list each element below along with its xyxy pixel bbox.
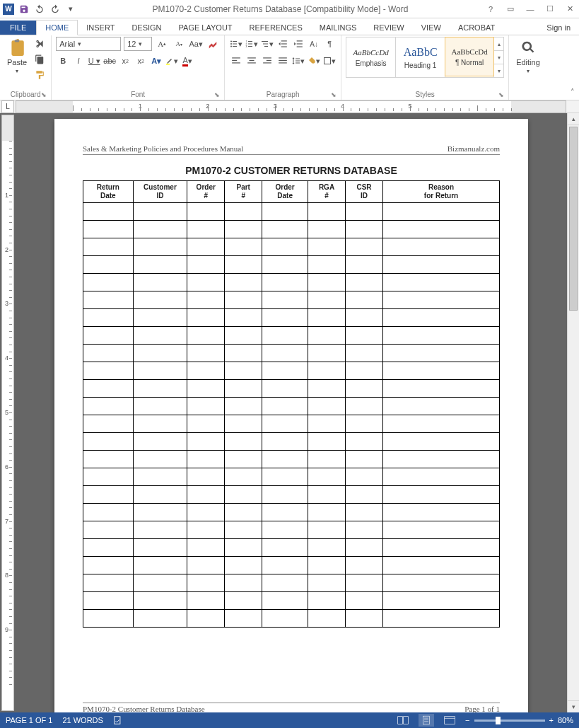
table-cell[interactable] [346, 504, 383, 521]
editing-button[interactable]: Editing ▾ [513, 37, 543, 76]
table-cell[interactable] [383, 504, 500, 521]
tab-mailings[interactable]: MAILINGS [311, 21, 365, 35]
strikethrough-icon[interactable]: abc [103, 54, 117, 68]
table-cell[interactable] [383, 380, 500, 398]
table-cell[interactable] [133, 592, 187, 610]
cut-icon[interactable] [33, 37, 47, 51]
table-cell[interactable] [133, 309, 187, 327]
table-cell[interactable] [383, 433, 500, 451]
table-cell[interactable] [187, 539, 225, 557]
table-cell[interactable] [346, 398, 383, 415]
table-cell[interactable] [308, 504, 346, 521]
table-cell[interactable] [262, 203, 308, 221]
table-cell[interactable] [308, 539, 346, 557]
align-left-icon[interactable] [229, 54, 243, 68]
table-cell[interactable] [308, 345, 346, 362]
table-cell[interactable] [83, 557, 134, 574]
align-center-icon[interactable] [245, 54, 259, 68]
styles-dialog-icon[interactable]: ⬊ [498, 91, 504, 98]
qat-customize-icon[interactable]: ▾ [65, 4, 76, 15]
document-viewport[interactable]: Sales & Marketing Policies and Procedure… [16, 113, 567, 712]
table-cell[interactable] [346, 327, 383, 345]
table-cell[interactable] [225, 433, 262, 451]
table-cell[interactable] [187, 238, 225, 256]
tab-file[interactable]: FILE [0, 21, 36, 35]
table-cell[interactable] [346, 274, 383, 291]
table-cell[interactable] [308, 610, 346, 628]
table-cell[interactable] [187, 345, 225, 362]
table-cell[interactable] [308, 574, 346, 592]
table-cell[interactable] [346, 610, 383, 628]
table-cell[interactable] [187, 433, 225, 451]
table-cell[interactable] [262, 468, 308, 486]
table-cell[interactable] [346, 291, 383, 309]
styles-gallery-scroll[interactable]: ▴ ▾ ▾ [494, 37, 504, 78]
table-cell[interactable] [383, 327, 500, 345]
gallery-down-icon[interactable]: ▾ [494, 51, 503, 64]
table-cell[interactable] [346, 574, 383, 592]
table-cell[interactable] [187, 557, 225, 574]
table-cell[interactable] [83, 238, 134, 256]
close-icon[interactable]: ✕ [563, 3, 576, 16]
table-cell[interactable] [383, 362, 500, 380]
table-cell[interactable] [225, 398, 262, 415]
table-cell[interactable] [383, 309, 500, 327]
table-cell[interactable] [225, 362, 262, 380]
copy-icon[interactable] [33, 52, 47, 67]
table-cell[interactable] [133, 433, 187, 451]
table-cell[interactable] [187, 274, 225, 291]
ribbon-display-icon[interactable]: ▭ [504, 3, 517, 16]
table-cell[interactable] [187, 362, 225, 380]
table-cell[interactable] [83, 521, 134, 539]
table-cell[interactable] [262, 398, 308, 415]
show-marks-icon[interactable]: ¶ [322, 37, 337, 51]
table-cell[interactable] [133, 327, 187, 345]
font-size-combo[interactable]: 12▾ [124, 37, 152, 51]
table-cell[interactable] [133, 610, 187, 628]
undo-icon[interactable] [34, 4, 45, 15]
table-cell[interactable] [225, 203, 262, 221]
table-cell[interactable] [346, 433, 383, 451]
table-cell[interactable] [83, 291, 134, 309]
table-cell[interactable] [187, 468, 225, 486]
table-cell[interactable] [383, 398, 500, 415]
zoom-thumb[interactable] [496, 717, 501, 724]
table-cell[interactable] [346, 521, 383, 539]
table-cell[interactable] [83, 610, 134, 628]
clear-formatting-icon[interactable] [206, 37, 220, 51]
table-cell[interactable] [225, 256, 262, 274]
table-cell[interactable] [83, 539, 134, 557]
bold-icon[interactable]: B [56, 54, 70, 68]
highlight-icon[interactable]: ▾ [165, 54, 179, 68]
zoom-level[interactable]: 80% [558, 716, 573, 724]
scroll-track[interactable] [568, 125, 579, 700]
web-layout-icon[interactable] [444, 716, 455, 724]
word-count[interactable]: 21 WORDS [62, 716, 103, 724]
borders-icon[interactable]: ▾ [322, 54, 337, 68]
table-cell[interactable] [225, 610, 262, 628]
table-cell[interactable] [308, 380, 346, 398]
table-cell[interactable] [383, 521, 500, 539]
table-cell[interactable] [346, 539, 383, 557]
shading-icon[interactable]: ▾ [307, 54, 321, 68]
tab-selector[interactable]: L [1, 100, 14, 113]
table-cell[interactable] [83, 362, 134, 380]
table-cell[interactable] [308, 256, 346, 274]
table-cell[interactable] [187, 415, 225, 433]
sort-icon[interactable]: A↓ [307, 37, 321, 51]
tab-home[interactable]: HOME [36, 20, 78, 35]
save-icon[interactable] [18, 4, 30, 15]
change-case-icon[interactable]: Aa▾ [189, 37, 203, 51]
table-cell[interactable] [83, 592, 134, 610]
table-cell[interactable] [262, 309, 308, 327]
table-cell[interactable] [383, 486, 500, 504]
table-cell[interactable] [383, 539, 500, 557]
table-cell[interactable] [83, 345, 134, 362]
tab-references[interactable]: REFERENCES [241, 21, 311, 35]
table-cell[interactable] [83, 309, 134, 327]
table-cell[interactable] [346, 415, 383, 433]
table-cell[interactable] [346, 362, 383, 380]
table-cell[interactable] [383, 238, 500, 256]
paragraph-dialog-icon[interactable]: ⬊ [331, 91, 337, 98]
table-cell[interactable] [133, 291, 187, 309]
